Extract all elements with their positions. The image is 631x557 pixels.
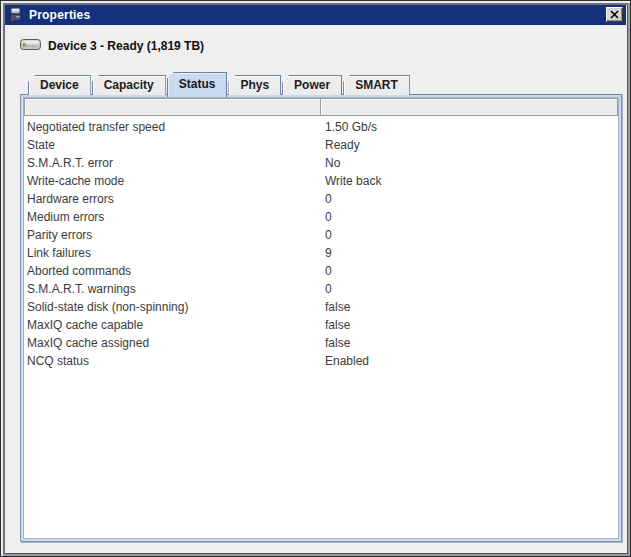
table-row[interactable]: S.M.A.R.T. errorNo [24,154,618,172]
property-value-cell: 0 [321,210,618,224]
tab-capacity[interactable]: Capacity [92,75,166,95]
property-name-cell: Hardware errors [24,192,321,206]
property-name-cell: Negotiated transfer speed [24,120,321,134]
property-value-cell: false [321,318,618,332]
device-header: Device 3 - Ready (1,819 TB) [20,36,204,56]
property-value-cell: Ready [321,138,618,152]
table-body: Negotiated transfer speed1.50 Gb/sStateR… [24,116,618,370]
device-label: Device 3 - Ready (1,819 TB) [48,39,204,53]
property-value-cell: false [321,300,618,314]
property-value-cell: 1.50 Gb/s [321,120,618,134]
property-name-cell: Write-cache mode [24,174,321,188]
table-row[interactable]: Parity errors0 [24,226,618,244]
status-table: Negotiated transfer speed1.50 Gb/sStateR… [23,97,619,539]
properties-dialog: Properties Device 3 - Ready (1,819 TB) D… [0,0,631,557]
tab-device[interactable]: Device [28,75,91,95]
property-value-cell: 0 [321,192,618,206]
close-icon [610,10,619,19]
property-value-cell: 0 [321,228,618,242]
table-row[interactable]: NCQ statusEnabled [24,352,618,370]
property-name-cell: NCQ status [24,354,321,368]
window-title: Properties [29,8,90,22]
table-row[interactable]: MaxIQ cache capablefalse [24,316,618,334]
property-value-cell: Enabled [321,354,618,368]
column-header[interactable] [320,98,618,116]
close-button[interactable] [606,7,623,22]
property-name-cell: Parity errors [24,228,321,242]
tab-phys[interactable]: Phys [228,75,281,95]
tab-bar: DeviceCapacityStatusPhysPowerSMART [28,72,411,97]
tab-power[interactable]: Power [282,75,342,95]
app-icon [8,7,24,23]
property-name-cell: S.M.A.R.T. error [24,156,321,170]
property-name-cell: Medium errors [24,210,321,224]
property-name-cell: Aborted commands [24,264,321,278]
property-value-cell: 9 [321,246,618,260]
table-row[interactable]: Hardware errors0 [24,190,618,208]
property-value-cell: 0 [321,264,618,278]
property-name-cell: MaxIQ cache assigned [24,336,321,350]
table-row[interactable]: MaxIQ cache assignedfalse [24,334,618,352]
table-row[interactable]: Link failures9 [24,244,618,262]
titlebar[interactable]: Properties [5,5,626,25]
tab-content-pane: Negotiated transfer speed1.50 Gb/sStateR… [20,94,622,542]
property-value-cell: false [321,336,618,350]
table-row[interactable]: Medium errors0 [24,208,618,226]
column-header[interactable] [24,98,321,116]
table-row[interactable]: Write-cache modeWrite back [24,172,618,190]
tab-status[interactable]: Status [167,72,228,97]
table-row[interactable]: Solid-state disk (non-spinning)false [24,298,618,316]
property-value-cell: Write back [321,174,618,188]
tab-smart[interactable]: SMART [343,75,410,95]
property-name-cell: State [24,138,321,152]
property-name-cell: MaxIQ cache capable [24,318,321,332]
property-value-cell: 0 [321,282,618,296]
table-row[interactable]: StateReady [24,136,618,154]
disk-drive-icon [20,36,41,56]
property-name-cell: S.M.A.R.T. warnings [24,282,321,296]
property-value-cell: No [321,156,618,170]
property-name-cell: Solid-state disk (non-spinning) [24,300,321,314]
table-row[interactable]: Aborted commands0 [24,262,618,280]
table-row[interactable]: Negotiated transfer speed1.50 Gb/s [24,118,618,136]
property-name-cell: Link failures [24,246,321,260]
table-header [24,98,618,116]
table-row[interactable]: S.M.A.R.T. warnings0 [24,280,618,298]
